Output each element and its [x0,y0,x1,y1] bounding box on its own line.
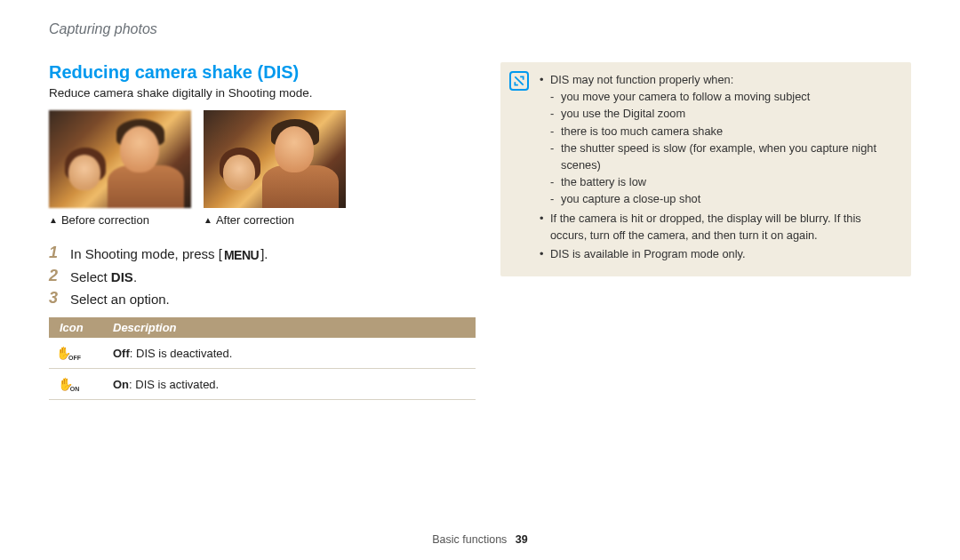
breadcrumb: Capturing photos [49,21,911,37]
footer-section: Basic functions [432,533,507,546]
row-off-bold: Off [113,347,130,360]
table-row: ✋ON On: DIS is activated. [49,369,476,400]
row-on-rest: : DIS is activated. [129,378,219,391]
note-box: DIS may not function properly when: you … [500,62,911,276]
row-on-bold: On [113,378,129,391]
icon-sub-on: ON [70,386,80,392]
note-sub: you move your camera to follow a moving … [550,88,899,105]
section-heading: Reducing camera shake (DIS) [49,62,476,83]
caption-after: After correction [204,213,346,227]
step-2-tail: . [133,269,137,284]
step-3: Select an option. [49,288,476,310]
note-item: If the camera is hit or dropped, the dis… [540,210,899,244]
photo-before [49,110,191,208]
steps-list: In Shooting mode, press [MENU]. Select D… [49,243,476,310]
step-2-bold: DIS [111,269,133,284]
section-intro: Reduce camera shake digitally in Shootin… [49,86,476,100]
step-2: Select DIS. [49,266,476,288]
note-sub: the shutter speed is slow (for example, … [550,140,899,173]
svg-line-0 [515,76,523,84]
menu-chip-icon: MENU [222,248,260,262]
th-icon: Icon [49,317,102,338]
hand-on-icon: ✋ON [60,376,77,392]
page-footer: Basic functions 39 [0,533,960,546]
step-1-tail: ]. [260,246,268,261]
table-row: ✋OFF Off: DIS is deactivated. [49,338,476,369]
note-icon [509,71,529,91]
note-item: DIS is available in Program mode only. [540,245,899,262]
note-sub: the battery is low [550,173,899,190]
note-sub: you use the Digital zoom [550,105,899,122]
comparison-photos [49,110,476,208]
hand-off-icon: ✋OFF [60,345,77,361]
note-sub: there is too much camera shake [550,123,899,140]
note-lead: DIS may not function properly when: [550,73,733,86]
step-1-text: In Shooting mode, press [ [70,246,222,261]
icon-sub-off: OFF [68,355,81,361]
th-description: Description [102,317,476,338]
footer-page-number: 39 [516,533,528,546]
row-off-rest: : DIS is deactivated. [130,347,233,360]
note-sub: you capture a close-up shot [550,190,899,207]
photo-after [204,110,346,208]
caption-before: Before correction [49,213,191,227]
step-1: In Shooting mode, press [MENU]. [49,243,476,266]
options-table: Icon Description ✋OFF Off: DIS is deacti… [49,317,476,400]
step-2-text: Select [70,269,111,284]
